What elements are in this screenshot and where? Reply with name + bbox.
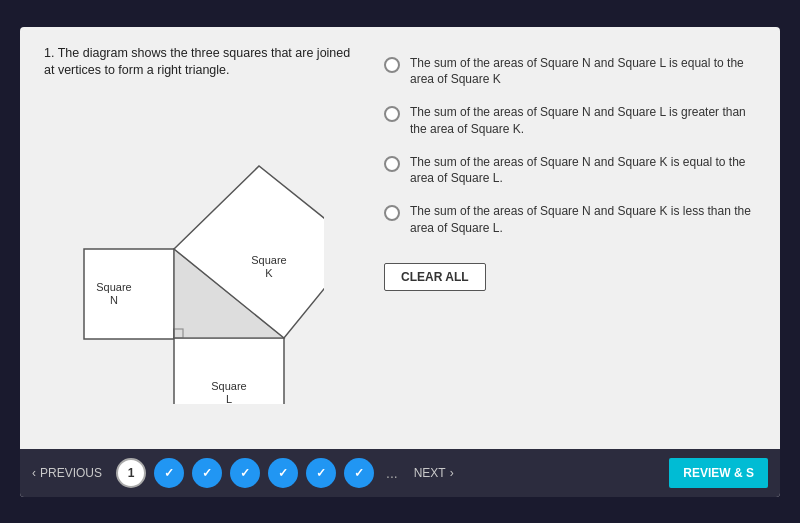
option-row-4: The sum of the areas of Square N and Squ… (384, 203, 756, 237)
option-text-2: The sum of the areas of Square N and Squ… (410, 104, 756, 138)
svg-text:Square: Square (96, 281, 131, 293)
option-row-3: The sum of the areas of Square N and Squ… (384, 154, 756, 188)
option-radio-3[interactable] (384, 156, 400, 172)
check-icon: ✓ (240, 466, 250, 480)
check-icon: ✓ (164, 466, 174, 480)
svg-rect-0 (84, 249, 174, 339)
svg-text:Square: Square (251, 254, 286, 266)
nav-item-7[interactable]: ✓ (344, 458, 374, 488)
nav-item-6[interactable]: ✓ (306, 458, 336, 488)
nav-item-5[interactable]: ✓ (268, 458, 298, 488)
nav-item-1[interactable]: 1 (116, 458, 146, 488)
check-icon: ✓ (316, 466, 326, 480)
svg-text:N: N (110, 294, 118, 306)
option-text-3: The sum of the areas of Square N and Squ… (410, 154, 756, 188)
option-text-1: The sum of the areas of Square N and Squ… (410, 55, 756, 89)
nav-item-3[interactable]: ✓ (192, 458, 222, 488)
option-text-4: The sum of the areas of Square N and Squ… (410, 203, 756, 237)
check-icon: ✓ (354, 466, 364, 480)
svg-text:L: L (226, 393, 232, 404)
option-radio-2[interactable] (384, 106, 400, 122)
option-row-1: The sum of the areas of Square N and Squ… (384, 55, 756, 89)
previous-button[interactable]: ‹ PREVIOUS (32, 466, 102, 480)
clear-all-button[interactable]: CLEAR ALL (384, 263, 486, 291)
navigation-bar: ‹ PREVIOUS 1 ✓ ✓ ✓ ✓ ✓ ✓ ... NEXT › REVI… (20, 449, 780, 497)
nav-item-2[interactable]: ✓ (154, 458, 184, 488)
nav-item-4[interactable]: ✓ (230, 458, 260, 488)
nav-dots: ... (386, 465, 398, 481)
check-icon: ✓ (278, 466, 288, 480)
option-row-2: The sum of the areas of Square N and Squ… (384, 104, 756, 138)
chevron-left-icon: ‹ (32, 466, 36, 480)
option-radio-4[interactable] (384, 205, 400, 221)
option-radio-1[interactable] (384, 57, 400, 73)
options-panel: The sum of the areas of Square N and Squ… (384, 45, 756, 439)
svg-text:Square: Square (211, 380, 246, 392)
review-button[interactable]: REVIEW & S (669, 458, 768, 488)
diagram: Square N Square L (44, 94, 324, 404)
chevron-right-icon: › (450, 466, 454, 480)
next-button[interactable]: NEXT › (414, 466, 454, 480)
question-text: 1. The diagram shows the three squares t… (44, 45, 364, 80)
check-icon: ✓ (202, 466, 212, 480)
svg-text:K: K (265, 267, 273, 279)
